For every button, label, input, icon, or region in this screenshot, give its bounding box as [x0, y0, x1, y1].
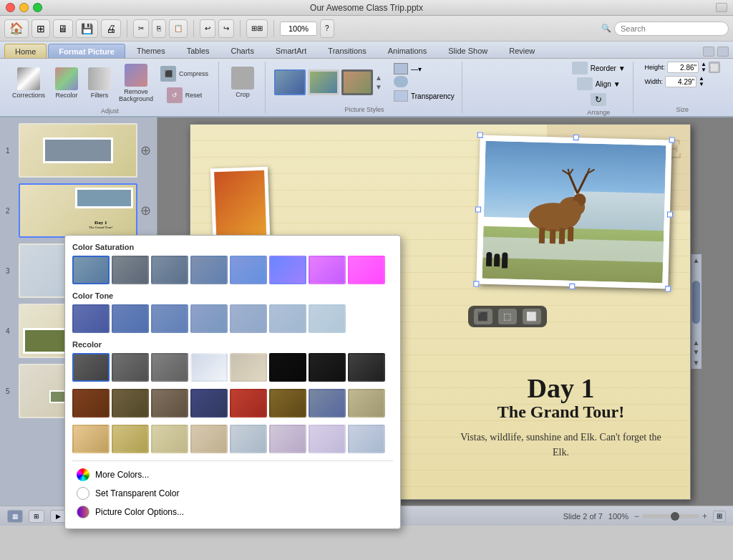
- float-btn-3[interactable]: ⬜: [523, 309, 541, 324]
- lock-aspect-icon[interactable]: ⬜: [709, 62, 720, 73]
- recolor-swatch-5[interactable]: [230, 353, 267, 382]
- window-controls[interactable]: [6, 3, 42, 12]
- align-button[interactable]: Align ▼: [577, 77, 621, 90]
- recolor-swatch-17[interactable]: [72, 425, 110, 453]
- tone-swatch-3[interactable]: [151, 304, 188, 333]
- redo-button[interactable]: ↪: [218, 19, 234, 38]
- reorder-button[interactable]: Reorder ▼: [572, 62, 626, 74]
- tab-themes[interactable]: Themes: [127, 44, 175, 58]
- zoom-out-btn[interactable]: −: [634, 511, 639, 521]
- recolor-swatch-21[interactable]: [230, 425, 267, 453]
- recolor-swatch-18[interactable]: [112, 425, 149, 453]
- expand-button[interactable]: [716, 3, 727, 12]
- paste-button[interactable]: 📋: [169, 19, 188, 38]
- collapse-ribbon[interactable]: [703, 47, 714, 57]
- tone-swatch-4[interactable]: [190, 304, 228, 333]
- recolor-swatch-19[interactable]: [151, 425, 188, 453]
- saturation-swatch-1[interactable]: [72, 256, 110, 284]
- compress-button[interactable]: ⬛ Compress: [157, 64, 211, 83]
- scroll-thumb[interactable]: [692, 281, 700, 324]
- handle-ml[interactable]: [475, 206, 480, 212]
- zoom-in-btn[interactable]: +: [702, 511, 707, 521]
- maximize-button[interactable]: [33, 3, 42, 12]
- recolor-swatch-15[interactable]: [309, 389, 346, 417]
- handle-bm[interactable]: [569, 283, 575, 289]
- pic-style-3[interactable]: [341, 69, 373, 95]
- handle-tr[interactable]: [669, 137, 674, 143]
- picture-effects-btn[interactable]: [394, 76, 455, 87]
- recolor-swatch-24[interactable]: [348, 425, 385, 453]
- recolor-swatch-6[interactable]: [269, 353, 306, 382]
- search-input[interactable]: [614, 21, 729, 36]
- recolor-swatch-22[interactable]: [269, 425, 306, 453]
- recolor-swatch-4[interactable]: [190, 353, 228, 382]
- toolbar-btn-2[interactable]: ⊞: [31, 19, 50, 38]
- slide-2-add[interactable]: ⊕: [140, 203, 151, 218]
- tab-smartart[interactable]: SmartArt: [266, 44, 316, 58]
- close-button[interactable]: [6, 3, 15, 12]
- tab-home[interactable]: Home: [4, 44, 47, 58]
- handle-mr[interactable]: [666, 211, 672, 217]
- handle-br[interactable]: [665, 286, 671, 291]
- recolor-swatch-9[interactable]: [72, 389, 110, 417]
- zoom-slider[interactable]: [642, 514, 699, 518]
- reset-button[interactable]: ↺ Reset: [157, 86, 211, 105]
- recolor-button[interactable]: Recolor: [52, 65, 82, 101]
- recolor-swatch-2[interactable]: [112, 353, 149, 382]
- remove-background-button[interactable]: Remove Background: [117, 62, 155, 105]
- saturation-swatch-7[interactable]: [309, 256, 346, 284]
- tab-format-picture[interactable]: Format Picture: [48, 44, 125, 58]
- tab-transitions[interactable]: Transitions: [318, 44, 376, 58]
- toolbar-btn-3[interactable]: 🖥: [53, 19, 73, 38]
- tone-swatch-6[interactable]: [269, 304, 306, 333]
- float-btn-2[interactable]: ⬚: [498, 309, 517, 324]
- pic-style-1[interactable]: [274, 69, 306, 95]
- tab-animations[interactable]: Animations: [378, 44, 437, 58]
- slide-thumb-1[interactable]: [19, 123, 137, 178]
- normal-view-btn[interactable]: ▦: [7, 510, 23, 523]
- tab-slideshow[interactable]: Slide Show: [438, 44, 497, 58]
- saturation-swatch-6[interactable]: [269, 256, 306, 284]
- tab-charts[interactable]: Charts: [221, 44, 264, 58]
- right-scrollbar[interactable]: ▲ ▲ ▼ ▼: [691, 254, 702, 369]
- recolor-swatch-7[interactable]: [309, 353, 346, 382]
- zoom-input[interactable]: [280, 21, 317, 36]
- undo-button[interactable]: ↩: [200, 19, 215, 38]
- tone-swatch-5[interactable]: [230, 304, 267, 333]
- recolor-swatch-11[interactable]: [151, 389, 188, 417]
- crop-button[interactable]: Crop: [228, 64, 258, 100]
- recolor-swatch-8[interactable]: [348, 353, 385, 382]
- slide-1-add[interactable]: ⊕: [140, 143, 151, 158]
- recolor-swatch-14[interactable]: [269, 389, 306, 417]
- corrections-button[interactable]: Corrections: [9, 65, 49, 101]
- scroll-down[interactable]: ▼: [691, 357, 702, 369]
- elk-photo-frame[interactable]: [476, 135, 671, 289]
- recolor-swatch-1[interactable]: [72, 353, 110, 382]
- picture-color-options-item[interactable]: Picture Color Options...: [72, 503, 393, 521]
- scroll-step-down[interactable]: ▼: [692, 347, 701, 357]
- tab-review[interactable]: Review: [499, 44, 545, 58]
- cut-button[interactable]: ✂: [133, 19, 149, 38]
- tone-swatch-2[interactable]: [112, 304, 149, 333]
- saturation-swatch-4[interactable]: [190, 256, 228, 284]
- handle-tm[interactable]: [573, 134, 578, 140]
- help-button[interactable]: ?: [320, 19, 334, 38]
- pic-style-scroll[interactable]: ▲ ▼: [375, 71, 387, 94]
- recolor-swatch-12[interactable]: [190, 389, 228, 417]
- tab-tables[interactable]: Tables: [177, 44, 220, 58]
- saturation-swatch-5[interactable]: [230, 256, 267, 284]
- toolbar-btn-1[interactable]: 🏠: [4, 19, 29, 38]
- ribbon-options[interactable]: [717, 47, 729, 57]
- rotate-button[interactable]: ↻: [591, 93, 606, 106]
- more-colors-item[interactable]: More Colors...: [72, 465, 393, 484]
- grid-view-btn[interactable]: ⊞: [29, 510, 44, 523]
- save-button[interactable]: 💾: [76, 19, 98, 38]
- slide-thumb-2[interactable]: Day 1 The Grand Tour!: [19, 183, 137, 238]
- picture-border-btn[interactable]: —▾: [394, 63, 455, 74]
- width-input[interactable]: [665, 76, 696, 87]
- transparency-btn[interactable]: Transparency: [394, 90, 455, 102]
- recolor-swatch-3[interactable]: [151, 353, 188, 382]
- scroll-step-up[interactable]: ▲: [692, 338, 701, 347]
- float-btn-1[interactable]: ⬛: [474, 309, 492, 324]
- tone-swatch-1[interactable]: [72, 304, 110, 333]
